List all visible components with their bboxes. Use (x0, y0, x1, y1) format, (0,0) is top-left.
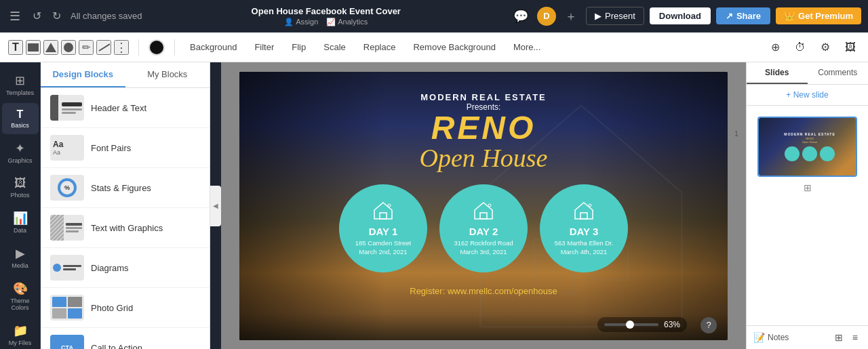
analytics-link[interactable]: 📈 Analytics (326, 18, 368, 26)
photo-grid-thumb (50, 295, 84, 321)
tab-my-blocks[interactable]: My Blocks (125, 62, 210, 87)
triangle-tool[interactable] (43, 40, 58, 55)
download-button[interactable]: Download (650, 7, 711, 24)
document-title[interactable]: Open House Facebook Event Cover (252, 6, 401, 16)
chat-icon-button[interactable]: 💬 (510, 7, 532, 25)
settings-icon-button[interactable]: ⚙ (816, 39, 834, 56)
list-item[interactable]: Text with Graphics (41, 208, 210, 248)
design-blocks-panel: Design Blocks My Blocks Header & Text (41, 62, 210, 349)
basics-icon: T (17, 108, 24, 121)
sidebar-label-media: Media (12, 262, 28, 269)
grid-view-icon[interactable]: ⊞ (831, 330, 846, 345)
background-button[interactable]: Background (184, 39, 242, 55)
topbar-subtitle: 👤 Assign 📈 Analytics (284, 18, 368, 26)
list-item[interactable]: Aa Aa Font Pairs (41, 128, 210, 168)
crop-icon-button[interactable]: ⊕ (767, 39, 784, 56)
sidebar-item-media[interactable]: ▶ Media (2, 241, 39, 274)
notes-button[interactable]: 📝 Notes ⊞ ≡ (747, 325, 868, 349)
list-item[interactable]: % Stats & Figures (41, 168, 210, 208)
share-button[interactable]: ↗ Share (716, 7, 770, 24)
sidebar-label-files: My Files (9, 340, 32, 346)
zoom-level: 63% (664, 320, 680, 329)
help-button[interactable]: ? (701, 317, 717, 333)
sidebar-item-photos[interactable]: 🖼 Photos (2, 171, 39, 204)
data-icon: 📊 (13, 211, 28, 226)
slide-thumbnail[interactable]: MODERN REAL ESTATE RENO Open House (757, 117, 857, 177)
more-shapes-button[interactable]: ⋮ (114, 40, 129, 55)
zoom-thumb (626, 321, 634, 329)
canvas-circle-day1: DAY 1 185 Camden Street March 2nd, 2021 (339, 184, 427, 272)
list-item[interactable]: Header & Text (41, 88, 210, 128)
list-view-icon[interactable]: ≡ (849, 330, 861, 345)
tab-comments[interactable]: Comments (808, 62, 869, 84)
new-slide-button[interactable]: + New slide (747, 85, 868, 106)
list-item[interactable]: CTA Call to Action (41, 328, 210, 349)
right-panel-spacer (747, 199, 868, 325)
list-item[interactable]: Photo Grid (41, 288, 210, 328)
timer-icon-button[interactable]: ⏱ (791, 39, 810, 56)
canvas-circles: DAY 1 185 Camden Street March 2nd, 2021 … (339, 184, 628, 272)
assign-link[interactable]: 👤 Assign (284, 18, 318, 26)
replace-button[interactable]: Replace (358, 39, 401, 55)
sidebar-item-templates[interactable]: ⊞ Templates (2, 68, 39, 102)
undo-button[interactable]: ↺ (28, 7, 45, 25)
sidebar-item-graphics[interactable]: ✦ Graphics (2, 136, 39, 169)
sidebar-item-data[interactable]: 📊 Data (2, 205, 39, 239)
more-button[interactable]: More... (508, 39, 546, 55)
avatar[interactable]: D (537, 7, 556, 26)
svg-point-2 (64, 43, 73, 52)
circle-tool[interactable] (61, 40, 76, 55)
remove-background-button[interactable]: Remove Background (408, 39, 500, 55)
present-button[interactable]: ▶ Present (586, 7, 644, 25)
filter-button[interactable]: Filter (249, 39, 279, 55)
sidebar-label-basics: Basics (11, 122, 29, 129)
line-tool[interactable] (96, 40, 111, 55)
redo-button[interactable]: ↻ (48, 7, 65, 25)
color-picker[interactable] (149, 39, 165, 56)
photos-icon: 🖼 (14, 176, 26, 190)
slide-thumbnail-container: 1 MODERN REAL ESTATE RENO Open House (747, 106, 868, 199)
header-text-label: Header & Text (91, 103, 146, 113)
rectangle-tool[interactable] (26, 40, 41, 55)
image-icon-button[interactable]: 🖼 (841, 39, 860, 56)
svg-marker-1 (45, 43, 56, 52)
tab-design-blocks[interactable]: Design Blocks (41, 62, 125, 87)
svg-marker-13 (575, 203, 593, 219)
graphics-icon: ✦ (15, 141, 25, 156)
svg-rect-0 (28, 43, 39, 52)
circle-address-1: 185 Camden Street March 2nd, 2021 (355, 239, 411, 257)
colors-icon: 🎨 (13, 281, 28, 296)
expand-icon[interactable]: ⊞ (804, 182, 812, 193)
text-tool[interactable]: T (8, 40, 23, 55)
zoom-slider[interactable] (604, 323, 658, 326)
crown-icon: 👑 (784, 11, 795, 21)
canvas-open-house: Open House (420, 144, 548, 173)
scale-button[interactable]: Scale (318, 39, 351, 55)
premium-button[interactable]: 👑 Get Premium (776, 7, 861, 24)
circle-day-1: DAY 1 (369, 226, 398, 237)
pen-tool[interactable]: ✏ (79, 40, 94, 55)
house-icon-2 (473, 201, 494, 224)
svg-point-12 (488, 204, 491, 207)
menu-icon[interactable]: ☰ (7, 6, 23, 26)
sidebar-label-templates: Templates (6, 89, 34, 96)
svg-point-9 (388, 204, 391, 207)
sidebar-label-colors: Theme Colors (5, 297, 36, 311)
cta-thumb: CTA (50, 335, 84, 349)
sidebar-label-data: Data (14, 227, 26, 234)
share-arrow-icon: ↗ (726, 11, 733, 21)
sidebar-item-colors[interactable]: 🎨 Theme Colors (2, 276, 39, 316)
flip-button[interactable]: Flip (286, 39, 311, 55)
add-collaborator-button[interactable]: ＋ (561, 7, 580, 26)
panel-collapse-button[interactable]: ◀ (210, 186, 221, 226)
tab-slides[interactable]: Slides (747, 62, 808, 84)
svg-rect-14 (580, 213, 587, 219)
sidebar-item-basics[interactable]: T Basics (2, 103, 39, 134)
font-pairs-label: Font Pairs (91, 143, 131, 153)
media-icon: ▶ (16, 246, 25, 261)
sidebar-item-files[interactable]: 📁 My Files (2, 318, 39, 349)
list-item[interactable]: Diagrams (41, 248, 210, 288)
canvas[interactable]: MODERN REAL ESTATE Presents: RENO Open H… (239, 72, 728, 340)
svg-rect-8 (380, 213, 387, 219)
text-graphics-thumb (50, 215, 84, 241)
